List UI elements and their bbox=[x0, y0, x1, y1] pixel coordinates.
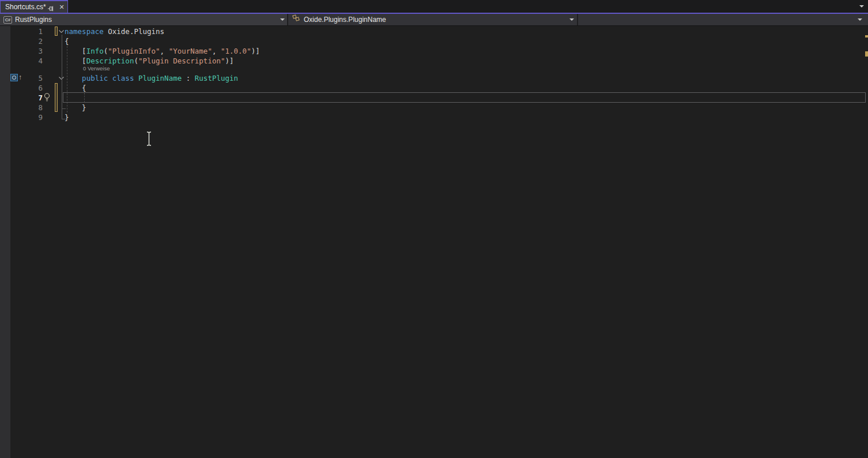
ibeam-mouse-cursor bbox=[145, 131, 153, 147]
tab-shortcuts-cs[interactable]: Shortcuts.cs* ✕ bbox=[0, 0, 68, 13]
code-editor[interactable] bbox=[0, 26, 868, 458]
project-dropdown[interactable]: C# RustPlugins bbox=[0, 14, 287, 25]
code-token-type: PluginName bbox=[138, 74, 182, 82]
change-tracking-bar bbox=[55, 83, 58, 112]
member-dropdown[interactable] bbox=[578, 14, 868, 25]
code-token-plain: { bbox=[65, 37, 69, 46]
dropdown-arrow-icon[interactable] bbox=[280, 18, 285, 21]
line-number[interactable]: 1 bbox=[27, 27, 43, 36]
code-token-plain: { bbox=[65, 84, 86, 92]
type-dropdown-label: Oxide.Plugins.PluginName bbox=[304, 16, 386, 24]
line-number[interactable]: 5 bbox=[27, 73, 43, 83]
code-token-plain bbox=[108, 74, 112, 82]
code-token-plain: [ bbox=[65, 47, 86, 55]
code-token-string: "1.0.0" bbox=[221, 47, 251, 55]
current-line-highlight bbox=[63, 92, 866, 103]
dropdown-arrow-icon[interactable] bbox=[569, 18, 574, 21]
code-token-string: "YourName" bbox=[169, 47, 212, 55]
code-token-type: Info bbox=[86, 47, 104, 55]
breakpoint-margin[interactable] bbox=[0, 26, 10, 458]
code-token-type: RustPlugin bbox=[195, 74, 238, 82]
code-line[interactable]: } bbox=[65, 103, 86, 112]
tab-list-dropdown-icon[interactable] bbox=[859, 5, 864, 7]
code-token-plain: , bbox=[160, 47, 169, 55]
code-line[interactable]: } bbox=[65, 112, 69, 122]
scrollbar-change-mark bbox=[865, 51, 868, 57]
dropdown-arrow-icon[interactable] bbox=[858, 18, 862, 21]
code-token-plain: } bbox=[65, 113, 69, 122]
code-token-keyword: class bbox=[112, 74, 134, 82]
change-tracking-bar bbox=[55, 27, 58, 36]
override-indicator-icon[interactable] bbox=[10, 74, 18, 81]
code-line[interactable]: public class PluginName : RustPlugin bbox=[65, 73, 238, 83]
line-number[interactable]: 8 bbox=[27, 103, 43, 112]
line-number[interactable]: 4 bbox=[27, 56, 43, 66]
code-token-plain: ( bbox=[134, 57, 138, 65]
code-token-keyword: namespace bbox=[65, 27, 104, 36]
code-token-plain: [ bbox=[65, 57, 86, 65]
line-number[interactable]: 7 bbox=[27, 93, 43, 103]
code-line[interactable]: { bbox=[65, 36, 69, 46]
navigation-bar: C# RustPlugins Oxide.Plugins.PluginName bbox=[0, 14, 868, 26]
line-number[interactable]: 9 bbox=[27, 112, 43, 122]
code-token-plain: } bbox=[65, 103, 86, 112]
code-token-plain bbox=[134, 74, 138, 82]
visual-studio-editor-window: Shortcuts.cs* ✕ C# RustPlugins bbox=[0, 0, 868, 458]
code-token-plain: , bbox=[212, 47, 221, 55]
scrollbar-change-mark bbox=[865, 35, 868, 37]
outlining-region-line bbox=[62, 35, 62, 119]
csharp-project-icon: C# bbox=[3, 16, 12, 24]
tab-title: Shortcuts.cs* bbox=[1, 3, 46, 11]
code-token-keyword: public bbox=[82, 74, 108, 82]
code-token-plain: Oxide.Plugins bbox=[104, 27, 164, 36]
code-line[interactable]: [Info("PluginInfo", "YourName", "1.0.0")… bbox=[65, 46, 260, 56]
line-number[interactable]: 2 bbox=[27, 36, 43, 46]
override-circle-icon bbox=[12, 76, 16, 80]
code-token-string: "Plugin Description" bbox=[138, 57, 225, 65]
class-icon bbox=[292, 14, 301, 25]
pin-icon[interactable] bbox=[47, 4, 54, 11]
up-arrow-icon: ↑ bbox=[18, 73, 22, 81]
lightbulb-icon[interactable] bbox=[43, 93, 51, 102]
tab-bar: Shortcuts.cs* ✕ bbox=[0, 0, 868, 13]
code-line[interactable]: { bbox=[65, 83, 86, 93]
type-dropdown[interactable]: Oxide.Plugins.PluginName bbox=[288, 14, 577, 25]
project-dropdown-label: RustPlugins bbox=[15, 16, 52, 24]
code-token-plain: )] bbox=[251, 47, 260, 55]
code-token-plain bbox=[65, 74, 82, 82]
code-token-plain: )] bbox=[225, 57, 233, 65]
codelens-references-link[interactable]: 0 Verweise bbox=[83, 65, 110, 73]
line-number[interactable]: 6 bbox=[27, 83, 43, 93]
close-icon[interactable]: ✕ bbox=[58, 2, 66, 12]
code-token-type: Description bbox=[86, 57, 134, 65]
line-number[interactable]: 3 bbox=[27, 46, 43, 56]
collapse-chevron-icon[interactable] bbox=[58, 29, 65, 34]
code-token-plain: : bbox=[182, 74, 195, 82]
code-line[interactable]: namespace Oxide.Plugins bbox=[65, 27, 164, 36]
code-token-string: "PluginInfo" bbox=[108, 47, 160, 55]
